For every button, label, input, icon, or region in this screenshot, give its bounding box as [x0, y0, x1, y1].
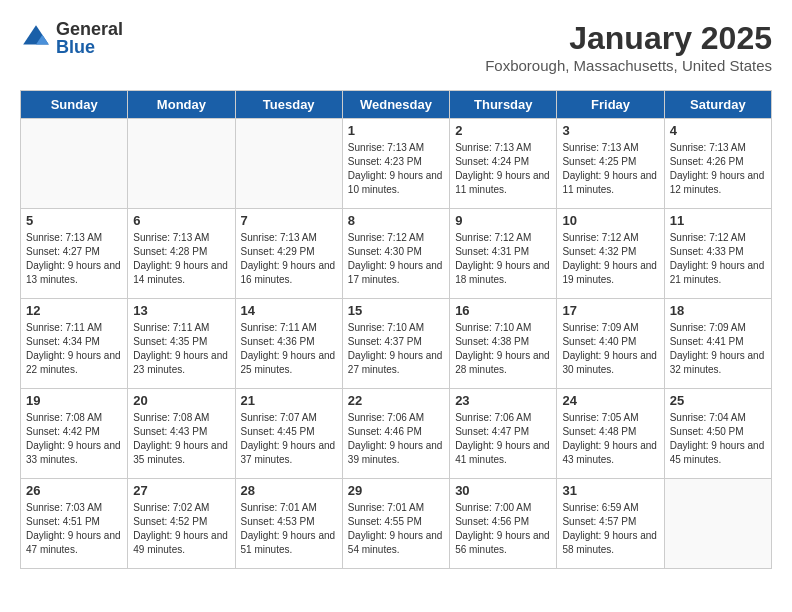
table-row: 8Sunrise: 7:12 AM Sunset: 4:30 PM Daylig… — [342, 209, 449, 299]
day-info: Sunrise: 7:12 AM Sunset: 4:33 PM Dayligh… — [670, 231, 766, 287]
day-number: 13 — [133, 303, 229, 318]
table-row: 23Sunrise: 7:06 AM Sunset: 4:47 PM Dayli… — [450, 389, 557, 479]
day-info: Sunrise: 7:10 AM Sunset: 4:38 PM Dayligh… — [455, 321, 551, 377]
table-row — [128, 119, 235, 209]
table-row: 30Sunrise: 7:00 AM Sunset: 4:56 PM Dayli… — [450, 479, 557, 569]
day-info: Sunrise: 7:13 AM Sunset: 4:25 PM Dayligh… — [562, 141, 658, 197]
logo-icon — [20, 22, 52, 54]
day-info: Sunrise: 7:13 AM Sunset: 4:28 PM Dayligh… — [133, 231, 229, 287]
table-row: 7Sunrise: 7:13 AM Sunset: 4:29 PM Daylig… — [235, 209, 342, 299]
calendar-week-row: 19Sunrise: 7:08 AM Sunset: 4:42 PM Dayli… — [21, 389, 772, 479]
day-info: Sunrise: 7:09 AM Sunset: 4:41 PM Dayligh… — [670, 321, 766, 377]
day-number: 24 — [562, 393, 658, 408]
day-info: Sunrise: 7:08 AM Sunset: 4:43 PM Dayligh… — [133, 411, 229, 467]
table-row: 25Sunrise: 7:04 AM Sunset: 4:50 PM Dayli… — [664, 389, 771, 479]
day-info: Sunrise: 7:06 AM Sunset: 4:47 PM Dayligh… — [455, 411, 551, 467]
title-block: January 2025 Foxborough, Massachusetts, … — [485, 20, 772, 74]
weekday-header-thursday: Thursday — [450, 91, 557, 119]
calendar-week-row: 12Sunrise: 7:11 AM Sunset: 4:34 PM Dayli… — [21, 299, 772, 389]
weekday-header-row: SundayMondayTuesdayWednesdayThursdayFrid… — [21, 91, 772, 119]
logo-text: General Blue — [56, 20, 123, 56]
day-number: 18 — [670, 303, 766, 318]
table-row: 15Sunrise: 7:10 AM Sunset: 4:37 PM Dayli… — [342, 299, 449, 389]
day-number: 14 — [241, 303, 337, 318]
table-row: 20Sunrise: 7:08 AM Sunset: 4:43 PM Dayli… — [128, 389, 235, 479]
day-info: Sunrise: 7:02 AM Sunset: 4:52 PM Dayligh… — [133, 501, 229, 557]
day-info: Sunrise: 7:13 AM Sunset: 4:24 PM Dayligh… — [455, 141, 551, 197]
day-number: 7 — [241, 213, 337, 228]
table-row: 22Sunrise: 7:06 AM Sunset: 4:46 PM Dayli… — [342, 389, 449, 479]
table-row: 16Sunrise: 7:10 AM Sunset: 4:38 PM Dayli… — [450, 299, 557, 389]
table-row: 11Sunrise: 7:12 AM Sunset: 4:33 PM Dayli… — [664, 209, 771, 299]
page-header: General Blue January 2025 Foxborough, Ma… — [20, 20, 772, 74]
table-row: 9Sunrise: 7:12 AM Sunset: 4:31 PM Daylig… — [450, 209, 557, 299]
location: Foxborough, Massachusetts, United States — [485, 57, 772, 74]
calendar-week-row: 26Sunrise: 7:03 AM Sunset: 4:51 PM Dayli… — [21, 479, 772, 569]
weekday-header-wednesday: Wednesday — [342, 91, 449, 119]
day-number: 11 — [670, 213, 766, 228]
day-number: 12 — [26, 303, 122, 318]
day-info: Sunrise: 7:12 AM Sunset: 4:32 PM Dayligh… — [562, 231, 658, 287]
table-row: 13Sunrise: 7:11 AM Sunset: 4:35 PM Dayli… — [128, 299, 235, 389]
day-info: Sunrise: 7:01 AM Sunset: 4:53 PM Dayligh… — [241, 501, 337, 557]
day-number: 22 — [348, 393, 444, 408]
day-number: 27 — [133, 483, 229, 498]
day-number: 15 — [348, 303, 444, 318]
day-number: 30 — [455, 483, 551, 498]
day-number: 16 — [455, 303, 551, 318]
table-row: 19Sunrise: 7:08 AM Sunset: 4:42 PM Dayli… — [21, 389, 128, 479]
table-row: 31Sunrise: 6:59 AM Sunset: 4:57 PM Dayli… — [557, 479, 664, 569]
table-row: 26Sunrise: 7:03 AM Sunset: 4:51 PM Dayli… — [21, 479, 128, 569]
table-row: 29Sunrise: 7:01 AM Sunset: 4:55 PM Dayli… — [342, 479, 449, 569]
day-info: Sunrise: 7:04 AM Sunset: 4:50 PM Dayligh… — [670, 411, 766, 467]
day-number: 17 — [562, 303, 658, 318]
day-number: 19 — [26, 393, 122, 408]
calendar-week-row: 1Sunrise: 7:13 AM Sunset: 4:23 PM Daylig… — [21, 119, 772, 209]
table-row: 21Sunrise: 7:07 AM Sunset: 4:45 PM Dayli… — [235, 389, 342, 479]
day-info: Sunrise: 7:13 AM Sunset: 4:23 PM Dayligh… — [348, 141, 444, 197]
month-title: January 2025 — [485, 20, 772, 57]
day-number: 23 — [455, 393, 551, 408]
table-row: 18Sunrise: 7:09 AM Sunset: 4:41 PM Dayli… — [664, 299, 771, 389]
table-row: 1Sunrise: 7:13 AM Sunset: 4:23 PM Daylig… — [342, 119, 449, 209]
day-number: 3 — [562, 123, 658, 138]
day-number: 1 — [348, 123, 444, 138]
table-row — [21, 119, 128, 209]
day-info: Sunrise: 7:10 AM Sunset: 4:37 PM Dayligh… — [348, 321, 444, 377]
table-row — [235, 119, 342, 209]
table-row: 5Sunrise: 7:13 AM Sunset: 4:27 PM Daylig… — [21, 209, 128, 299]
day-info: Sunrise: 7:05 AM Sunset: 4:48 PM Dayligh… — [562, 411, 658, 467]
day-number: 26 — [26, 483, 122, 498]
day-number: 6 — [133, 213, 229, 228]
logo: General Blue — [20, 20, 123, 56]
day-number: 20 — [133, 393, 229, 408]
calendar-week-row: 5Sunrise: 7:13 AM Sunset: 4:27 PM Daylig… — [21, 209, 772, 299]
day-number: 29 — [348, 483, 444, 498]
table-row — [664, 479, 771, 569]
day-info: Sunrise: 7:08 AM Sunset: 4:42 PM Dayligh… — [26, 411, 122, 467]
weekday-header-monday: Monday — [128, 91, 235, 119]
day-number: 5 — [26, 213, 122, 228]
day-info: Sunrise: 7:11 AM Sunset: 4:34 PM Dayligh… — [26, 321, 122, 377]
weekday-header-saturday: Saturday — [664, 91, 771, 119]
day-info: Sunrise: 7:00 AM Sunset: 4:56 PM Dayligh… — [455, 501, 551, 557]
table-row: 6Sunrise: 7:13 AM Sunset: 4:28 PM Daylig… — [128, 209, 235, 299]
day-info: Sunrise: 7:12 AM Sunset: 4:30 PM Dayligh… — [348, 231, 444, 287]
table-row: 10Sunrise: 7:12 AM Sunset: 4:32 PM Dayli… — [557, 209, 664, 299]
day-number: 4 — [670, 123, 766, 138]
table-row: 28Sunrise: 7:01 AM Sunset: 4:53 PM Dayli… — [235, 479, 342, 569]
calendar-table: SundayMondayTuesdayWednesdayThursdayFrid… — [20, 90, 772, 569]
table-row: 14Sunrise: 7:11 AM Sunset: 4:36 PM Dayli… — [235, 299, 342, 389]
day-number: 21 — [241, 393, 337, 408]
table-row: 2Sunrise: 7:13 AM Sunset: 4:24 PM Daylig… — [450, 119, 557, 209]
day-number: 10 — [562, 213, 658, 228]
day-info: Sunrise: 7:01 AM Sunset: 4:55 PM Dayligh… — [348, 501, 444, 557]
day-info: Sunrise: 7:03 AM Sunset: 4:51 PM Dayligh… — [26, 501, 122, 557]
weekday-header-sunday: Sunday — [21, 91, 128, 119]
day-number: 31 — [562, 483, 658, 498]
day-info: Sunrise: 7:13 AM Sunset: 4:29 PM Dayligh… — [241, 231, 337, 287]
day-info: Sunrise: 7:09 AM Sunset: 4:40 PM Dayligh… — [562, 321, 658, 377]
day-number: 9 — [455, 213, 551, 228]
table-row: 3Sunrise: 7:13 AM Sunset: 4:25 PM Daylig… — [557, 119, 664, 209]
table-row: 24Sunrise: 7:05 AM Sunset: 4:48 PM Dayli… — [557, 389, 664, 479]
